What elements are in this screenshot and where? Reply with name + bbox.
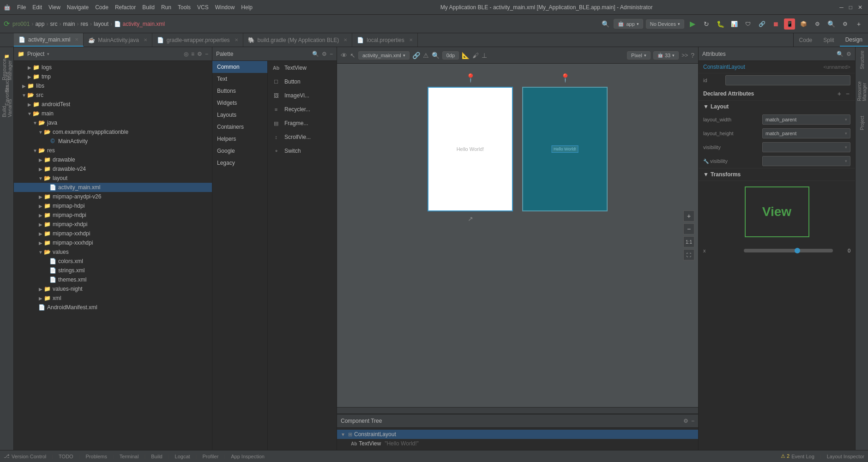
tree-item-mipmap-xxxhdpi[interactable]: ▶ 📁 mipmap-xxxhdpi [14,238,212,247]
palette-cat-common[interactable]: Common [212,61,267,73]
menu-help[interactable]: Help [238,3,255,12]
palette-item-fragment[interactable]: ▤ Fragme... [268,116,337,130]
breadcrumb-res[interactable]: res [80,21,88,27]
tab-close-mainactivity[interactable]: ✕ [144,37,147,42]
palette-item-scrollview[interactable]: ↕ ScrollVie... [268,130,337,144]
breadcrumb-app[interactable]: app [35,21,44,27]
menu-build[interactable]: Build [139,3,157,12]
tree-item-values-night[interactable]: ▶ 📁 values-night [14,284,212,294]
zoom-fullscreen-button[interactable]: ⛶ [683,249,694,260]
tree-item-mipmap-xxhdpi[interactable]: ▶ 📁 mipmap-xxhdpi [14,229,212,238]
tab-mainactivity[interactable]: ☕ MainActivity.java ✕ [84,33,152,47]
status-profiler[interactable]: Profiler [203,454,219,459]
tree-item-res[interactable]: ▼ 📂 res [14,146,212,155]
attr-value-visibility[interactable]: ▾ [762,142,850,152]
filetree-locate-icon[interactable]: ◎ [184,51,188,57]
run-button[interactable]: ▶ [687,18,698,30]
palette-item-imageview[interactable]: 🖼 ImageVi... [268,89,337,102]
tree-item-mipmap-mdpi[interactable]: ▶ 📁 mipmap-mdpi [14,210,212,220]
transforms-section-header[interactable]: ▼ Transforms [699,168,855,180]
ct-collapse-icon[interactable]: − [691,418,694,424]
canvas-connect-icon[interactable]: 🔗 [412,52,420,59]
palette-settings-icon[interactable]: ⚙ [322,51,327,57]
zoom-in-button[interactable]: + [683,210,694,222]
app-config-btn[interactable]: 🤖 app ▾ [614,19,643,29]
rotation-slider[interactable] [744,249,833,252]
palette-item-button[interactable]: ☐ Button [268,75,337,89]
canvas-measure-icon[interactable]: 📐 [462,52,470,59]
stop-button[interactable]: ⏹ [770,18,781,30]
status-problems[interactable]: Problems [86,454,107,459]
palette-cat-text[interactable]: Text [212,73,267,85]
tree-item-libs[interactable]: ▶ 📁 libs [14,81,212,90]
tree-item-package[interactable]: ▼ 📂 com.example.myapplicationble [14,127,212,137]
tree-item-activity-main-xml[interactable]: ▶ 📄 activity_main.xml [14,183,212,192]
tree-item-drawable-v24[interactable]: ▶ 📁 drawable-v24 [14,164,212,174]
canvas-light-frame[interactable]: Hello World! [428,87,513,211]
menu-run[interactable]: Run [158,3,174,12]
tree-item-mipmap-xhdpi[interactable]: ▶ 📁 mipmap-xhdpi [14,220,212,229]
ct-settings-icon[interactable]: ⚙ [683,418,688,424]
palette-item-recyclerview[interactable]: ≡ Recycler... [268,102,337,116]
tab-local-properties[interactable]: 📄 local.properties ✕ [352,33,417,47]
zoom-out-button[interactable]: − [683,223,694,234]
search-everywhere-icon[interactable]: 🔍 [600,18,611,30]
tab-code[interactable]: Code [794,33,818,47]
breadcrumb-main[interactable]: main [63,21,75,27]
attr-settings-icon[interactable]: ⚙ [846,51,851,57]
project-dropdown[interactable]: ▾ [47,52,49,56]
tab-close-local-properties[interactable]: ✕ [409,37,413,42]
palette-search-icon[interactable]: 🔍 [312,51,319,57]
settings-button[interactable]: ⚙ [839,18,850,30]
tree-item-main[interactable]: ▼ 📂 main [14,109,212,118]
palette-cat-helpers[interactable]: Helpers [212,133,267,145]
tree-item-values[interactable]: ▼ 📂 values [14,247,212,257]
breadcrumb-pro001[interactable]: pro001 [12,21,30,27]
tree-item-src[interactable]: ▼ 📂 src [14,90,212,100]
tree-item-xml[interactable]: ▶ 📁 xml [14,294,212,303]
canvas-zoom-icon[interactable]: 🔍 [432,52,440,59]
add-config-button[interactable]: + [853,18,864,30]
close-button[interactable]: ✕ [856,4,864,11]
more-actions-button[interactable]: ⚙ [812,18,823,30]
canvas-help-icon[interactable]: ? [691,52,694,59]
menu-window[interactable]: Window [212,3,238,12]
coverage-button[interactable]: 🛡 [742,18,753,30]
menu-tools[interactable]: Tools [175,3,193,12]
status-logcat[interactable]: Logcat [175,454,190,459]
palette-collapse-icon[interactable]: − [330,51,333,57]
sdk-manager-button[interactable]: 📦 [798,18,809,30]
tab-design[interactable]: Design [840,33,868,47]
menu-file[interactable]: File [14,3,29,12]
tab-gradle-wrapper[interactable]: 📄 gradle-wrapper.properties ✕ [152,33,243,47]
declared-attr-remove-button[interactable]: − [845,90,850,97]
palette-cat-containers[interactable]: Containers [212,121,267,133]
attach-debugger-button[interactable]: 🔗 [756,18,767,30]
menu-edit[interactable]: Edit [30,3,45,12]
tree-item-layout[interactable]: ▼ 📂 layout [14,174,212,183]
canvas-scrollbar[interactable] [337,407,698,414]
attr-search-icon[interactable]: 🔍 [837,51,844,57]
device-manager-button[interactable]: 📱 [784,18,795,30]
no-devices-btn[interactable]: No Devices ▾ [646,19,684,29]
breadcrumb-src[interactable]: src [50,21,57,27]
canvas-expand-icon[interactable]: >> [681,52,688,59]
tab-activity-main[interactable]: 📄 activity_main.xml ✕ [14,33,84,47]
debug-button[interactable]: 🐛 [715,18,726,30]
breadcrumb-layout[interactable]: layout [94,21,108,27]
palette-item-textview[interactable]: Ab TextView [268,61,337,75]
tree-item-colors-xml[interactable]: ▶ 📄 colors.xml [14,257,212,266]
profiler-button[interactable]: 📊 [729,18,740,30]
build-variants-strip[interactable]: Build Variants [1,102,12,114]
status-event-log[interactable]: ⚠ 2 Event Log [781,453,814,459]
palette-cat-legacy[interactable]: Legacy [212,157,267,169]
status-app-inspection[interactable]: App Inspection [231,454,265,459]
canvas-dark-frame[interactable]: Hello World! [522,87,608,211]
menu-code[interactable]: Code [92,3,111,12]
palette-cat-buttons[interactable]: Buttons [212,85,267,97]
tree-item-mipmap-anydpi[interactable]: ▶ 📁 mipmap-anydpi-v26 [14,192,212,201]
attr-value-visibility-wrench[interactable]: ▾ [762,156,850,166]
attr-value-layout-height[interactable]: match_parent ▾ [762,128,850,138]
canvas-error-icon[interactable]: ⚠ [423,52,429,59]
zoom-fit-button[interactable]: 1:1 [683,236,694,247]
